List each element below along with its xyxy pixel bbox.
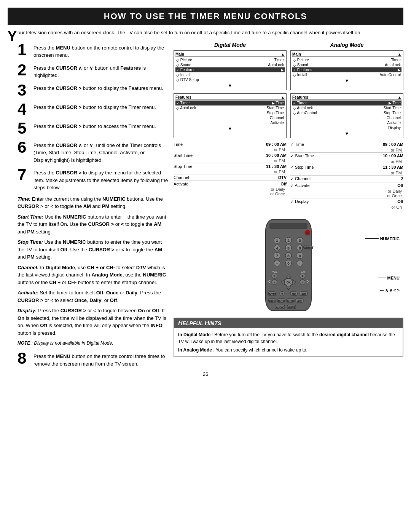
step-2-num: 2: [18, 62, 31, 78]
cursor-label-text: ∧ ∨ < >: [385, 288, 400, 293]
svg-text:-: -: [302, 281, 303, 284]
digital-s2-timer: ✓ Timer▶ Time: [175, 101, 285, 105]
detail-note: NOTE : Display is not available in Digit…: [18, 340, 170, 347]
analog-s1-install: ◇ InstallAuto Control: [292, 72, 401, 77]
svg-text:2: 2: [287, 239, 289, 243]
svg-text:∨: ∨: [281, 292, 283, 295]
analog-s2-timer: ✓ Timer▶ Time: [292, 101, 401, 105]
step-7: 7 Press the CURSOR > to display the menu…: [18, 167, 170, 192]
analog-screen-1: Main▲ ◇ PictureTimer ◇ SoundAutoLock ✓ F…: [290, 50, 403, 90]
digital-s1-nav: ▼: [175, 83, 285, 88]
svg-text:FORMAT: FORMAT: [302, 246, 314, 249]
page-number: 26: [8, 371, 403, 377]
svg-text:OK: OK: [287, 281, 290, 284]
step-8-num: 8: [18, 350, 31, 366]
analog-timer-starttime: ✓ Start Time 10 : 00 AM: [290, 152, 403, 159]
step-5-num: 5: [18, 120, 31, 136]
digital-timer-starttime-sub: or PM: [174, 158, 287, 163]
helpful-hints: HELPFUL HINTS In Digital Mode : Before y…: [174, 318, 403, 357]
analog-timer-activate: ✓ Activate Off: [290, 182, 403, 189]
detail-time: Time: Enter the current time using the N…: [18, 195, 170, 210]
analog-s2-nav: ▼: [292, 131, 401, 136]
step-6-text: Press the CURSOR ∧ or ∨, until one of th…: [33, 139, 170, 164]
step-3-text: Press the CURSOR > button to display the…: [33, 82, 163, 92]
svg-text:3: 3: [299, 239, 301, 243]
svg-text:+: +: [301, 274, 303, 278]
digital-s1-sound: ◇ SoundAutoLock: [175, 62, 285, 67]
cursor-label: ∧ ∨ < >: [380, 288, 400, 293]
analog-s1-features: ✓ Features▶: [292, 67, 401, 72]
helpful-hints-title-text: HELPFUL HINTS: [178, 320, 221, 326]
svg-text:VOL: VOL: [272, 270, 277, 273]
digital-screen-1: Main▲ ◇ PictureTimer ◇ SoundAutoLock ✓ F…: [174, 50, 287, 90]
analog-screen-1-title: Main▲: [292, 52, 401, 57]
analog-timer-stoptime-sub: or PM: [290, 171, 403, 175]
helpful-hints-line2: In Analog Mode : You can specify which c…: [178, 347, 399, 353]
digital-screen-1-title: Main▲: [175, 52, 285, 57]
svg-text:+: +: [273, 274, 275, 278]
analog-mode-header: Analog Mode: [290, 42, 403, 48]
analog-timer-activate-sub: or Daily: [290, 189, 403, 193]
svg-text:AUDIO: AUDIO: [276, 306, 285, 309]
step-1: 1 Press the MENU button on the remote co…: [18, 42, 170, 59]
menu-label: MENU: [378, 276, 400, 280]
analog-s1-sound: ◇ SoundAutoLock: [292, 62, 401, 67]
svg-text:>: >: [306, 278, 309, 284]
digital-mode-header: Digital Mode: [174, 42, 287, 48]
svg-text:A/R: A/R: [297, 300, 302, 302]
step-7-text: Press the CURSOR > to display the menu f…: [33, 167, 170, 192]
svg-rect-1: [269, 223, 307, 229]
analog-s2-activate: Activate: [292, 120, 401, 125]
detail-channel: Channel: In Digital Mode, use CH + or CH…: [18, 264, 170, 286]
step-6-num: 6: [18, 139, 31, 155]
step-2: 2 Press the CURSOR ∧ or ∨ button until F…: [18, 62, 170, 79]
digital-timer-activate-sub: or Daily: [174, 187, 287, 192]
svg-text:⏻: ⏻: [306, 232, 309, 235]
digital-timer-values: Time 09 : 00 AM or PM Start Time 10 : 00…: [174, 141, 287, 209]
analog-screen-2: Features▲ ✓ Timer▶ Time ◇ AutoLockStart …: [290, 93, 403, 138]
analog-screen-2-title: Features▲: [292, 95, 401, 100]
intro-text: Y our television comes with an onscreen …: [8, 29, 403, 37]
remote-container: 1 2 3 ⏻ 4 5 6 FORMAT 7 8 9 -: [174, 216, 403, 315]
svg-text:AUTO: AUTO: [277, 300, 285, 302]
digital-s1-dtv: ◇ DTV Setup: [175, 77, 285, 82]
digital-timer-time: Time 09 : 00 AM: [174, 141, 287, 147]
svg-text:ENTER: ENTER: [268, 293, 277, 296]
analog-s2-display: Display: [292, 125, 401, 130]
analog-timer-starttime-sub: or PM: [290, 159, 403, 164]
numeric-label: NUMERIC: [365, 236, 400, 241]
svg-text:AUTO: AUTO: [287, 300, 294, 302]
analog-timer-activate-sub2: or Once: [290, 193, 403, 198]
svg-text:6: 6: [299, 246, 301, 250]
svg-text:8: 8: [287, 254, 289, 258]
helpful-hints-body: In Digital Mode : Before you turn off th…: [174, 328, 403, 356]
svg-text:<: <: [268, 278, 271, 284]
digital-screen-2: Features▲ ✓ Timer▶ Time ◇ AutoLockStart …: [174, 93, 287, 138]
step-5: 5 Press the CURSOR > button to access th…: [18, 120, 170, 136]
page-title: HOW TO USE THE TIMER MENU CONTROLS: [8, 8, 403, 25]
remote-svg: 1 2 3 ⏻ 4 5 6 FORMAT 7 8 9 -: [256, 216, 321, 322]
analog-timer-values: ✓ Time 09 : 00 AM or PM ✓ Start Time 10 …: [290, 141, 403, 209]
analog-timer-time-sub: or PM: [290, 148, 403, 152]
digital-s2-stoptime: Stop Time: [175, 110, 285, 115]
step-3: 3 Press the CURSOR > button to display t…: [18, 82, 170, 98]
analog-s1-nav: ▼: [292, 78, 401, 83]
detail-start-time: Start Time: Use the NUMERIC buttons to e…: [18, 213, 170, 236]
analog-timer-display-sub: or On: [290, 205, 403, 209]
svg-text:-: -: [274, 281, 275, 284]
step-1-num: 1: [18, 42, 31, 58]
step-2-text: Press the CURSOR ∧ or ∨ button until Fea…: [33, 62, 170, 79]
step-5-text: Press the CURSOR > button to access the …: [33, 120, 156, 130]
main-menu-screens: Main▲ ◇ PictureTimer ◇ SoundAutoLock ✓ F…: [174, 50, 403, 90]
svg-text:0: 0: [287, 262, 289, 265]
digital-timer-activate: Activate Off: [174, 181, 287, 187]
digital-s1-picture: ◇ PictureTimer: [175, 58, 285, 62]
timer-tables: Time 09 : 00 AM or PM Start Time 10 : 00…: [174, 141, 403, 209]
helpful-hints-line1: In Digital Mode : Before you turn off th…: [178, 331, 399, 345]
numeric-label-text: NUMERIC: [380, 236, 400, 241]
features-screens: Features▲ ✓ Timer▶ Time ◇ AutoLockStart …: [174, 93, 403, 138]
digital-timer-channel: Channel DTV: [174, 174, 287, 181]
digital-s2-activate: Activate: [175, 120, 285, 125]
right-column: Digital Mode Analog Mode Main▲ ◇ Picture…: [174, 42, 403, 368]
svg-text:5: 5: [287, 246, 289, 250]
